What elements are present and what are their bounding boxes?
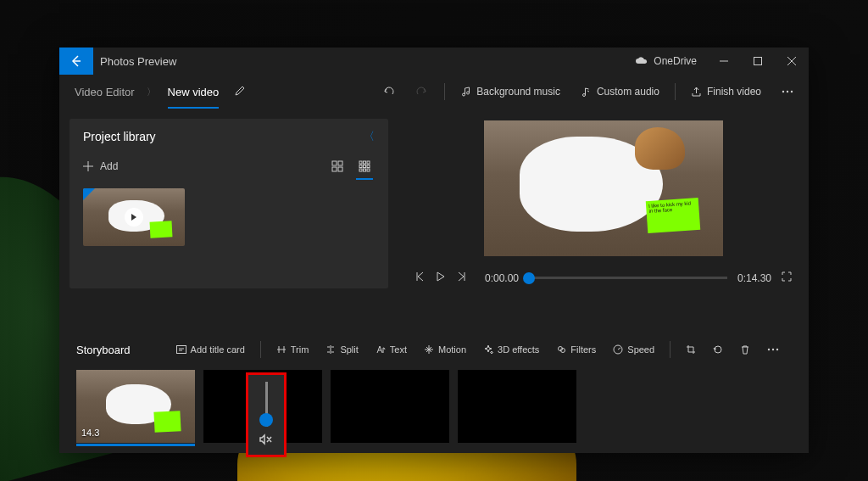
svg-rect-14 (367, 165, 370, 168)
storyboard-clip[interactable] (458, 370, 576, 443)
volume-slider[interactable] (265, 382, 268, 427)
svg-rect-15 (359, 169, 362, 171)
svg-point-4 (791, 91, 793, 92)
button-label: Split (340, 344, 358, 355)
cat-shape (520, 137, 663, 232)
redo-button[interactable] (407, 79, 437, 104)
titlebar-right: OneDrive (625, 48, 809, 75)
undo-button[interactable] (373, 79, 403, 104)
button-label: Add title card (191, 344, 245, 355)
crop-button[interactable] (681, 344, 701, 355)
text-button[interactable]: Text (370, 344, 412, 355)
undo-icon (381, 85, 395, 98)
filters-button[interactable]: Filters (551, 344, 601, 355)
onedrive-label: OneDrive (654, 55, 697, 67)
more-button[interactable] (773, 79, 802, 104)
play-icon (436, 271, 446, 282)
previous-frame-button[interactable] (415, 271, 426, 284)
ellipsis-icon (767, 348, 779, 351)
divider (260, 341, 261, 358)
minimize-icon (720, 57, 728, 65)
cloud-icon (635, 57, 648, 65)
prev-frame-icon (415, 271, 426, 282)
library-thumbnail[interactable] (83, 188, 185, 246)
play-button[interactable] (436, 271, 446, 284)
chevron-right-icon: 〉 (147, 86, 156, 98)
close-icon (787, 57, 796, 65)
button-label: Motion (438, 344, 466, 355)
divider (670, 341, 670, 358)
plus-icon (83, 161, 93, 171)
crop-icon (686, 344, 696, 355)
fullscreen-button[interactable] (782, 271, 792, 284)
grid-large-view-button[interactable] (327, 156, 348, 176)
tab-new-video[interactable]: New video (159, 75, 228, 109)
trim-button[interactable]: Trim (271, 344, 314, 355)
tab-video-editor[interactable]: Video Editor (66, 75, 143, 109)
svg-point-24 (776, 349, 778, 350)
filters-icon (556, 344, 566, 355)
add-title-card-button[interactable]: Add title card (171, 344, 250, 355)
svg-rect-7 (332, 167, 337, 171)
button-label: Trim (291, 344, 309, 355)
postit-shape (150, 221, 173, 238)
split-button[interactable]: Split (320, 344, 363, 355)
chevron-left-icon: 〈 (364, 129, 375, 144)
left-panel: Project library 〈 Add (59, 109, 398, 331)
maximize-button[interactable] (741, 48, 775, 75)
toolbar-right: Background music Custom audio Finish vid… (373, 79, 802, 104)
onedrive-button[interactable]: OneDrive (625, 55, 707, 67)
svg-rect-5 (332, 161, 337, 165)
video-preview[interactable]: I like to kick my kid in the face (484, 120, 723, 256)
export-icon (691, 87, 702, 98)
3d-effects-button[interactable]: 3D effects (478, 344, 544, 355)
split-icon (326, 344, 336, 355)
collapse-button[interactable]: 〈 (364, 129, 375, 144)
motion-icon (424, 344, 434, 355)
pencil-icon (234, 85, 246, 97)
storyboard-clip[interactable]: 14.3 (76, 370, 195, 443)
trim-icon (276, 344, 287, 355)
speed-icon (613, 344, 623, 355)
selection-corner (83, 188, 95, 200)
seek-handle[interactable] (523, 272, 535, 284)
storyboard-toolbar: Storyboard Add title card Trim Split (76, 341, 792, 358)
svg-point-23 (772, 349, 774, 350)
storyboard-panel: Storyboard Add title card Trim Split (59, 331, 809, 453)
mute-button[interactable] (259, 433, 273, 448)
close-button[interactable] (775, 48, 809, 75)
photos-preview-window: Photos Preview OneDrive (59, 48, 809, 453)
next-frame-button[interactable] (456, 271, 466, 284)
background-music-button[interactable]: Background music (452, 79, 569, 104)
trash-icon (740, 344, 750, 355)
clip-image (458, 370, 576, 443)
volume-popup (246, 372, 287, 457)
delete-button[interactable] (735, 344, 755, 355)
volume-handle[interactable] (259, 413, 273, 427)
svg-rect-0 (754, 58, 762, 65)
rotate-button[interactable] (708, 344, 728, 355)
back-button[interactable] (59, 48, 93, 75)
button-label: Background music (476, 86, 560, 98)
svg-rect-11 (367, 161, 370, 164)
storyboard-clip[interactable] (331, 370, 449, 443)
motion-button[interactable]: Motion (419, 344, 471, 355)
preview-panel: I like to kick my kid in the face (398, 109, 809, 331)
next-frame-icon (456, 271, 466, 282)
seek-bar[interactable] (529, 277, 727, 279)
add-media-button[interactable]: Add (83, 160, 118, 172)
clip-image (331, 370, 449, 443)
play-icon (131, 214, 137, 221)
finish-video-button[interactable]: Finish video (682, 79, 770, 104)
speed-button[interactable]: Speed (608, 344, 659, 355)
grid-small-view-button[interactable] (354, 156, 375, 176)
minimize-button[interactable] (707, 48, 741, 75)
storyboard-more-button[interactable] (762, 348, 784, 351)
rename-button[interactable] (227, 85, 253, 99)
music-icon (460, 87, 471, 98)
svg-rect-13 (364, 165, 366, 168)
grid-small-icon (359, 160, 370, 172)
custom-audio-button[interactable]: Custom audio (572, 79, 668, 104)
svg-rect-18 (176, 346, 186, 354)
arrow-left-icon (70, 54, 83, 68)
